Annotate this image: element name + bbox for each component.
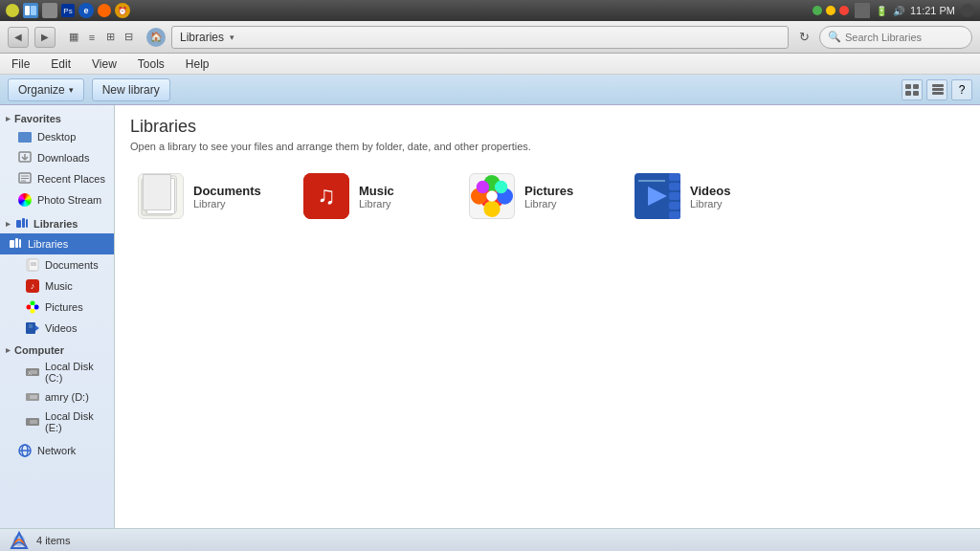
sidebar-section-favorites: ▸ Favorites Desktop Downloads Recent Pl [0, 111, 114, 210]
system-icon[interactable] [42, 3, 57, 18]
refresh-button[interactable]: ↻ [794, 28, 813, 47]
library-item-videos[interactable]: Videos Library [627, 167, 785, 225]
library-docs-name: Documents [193, 184, 261, 198]
network-label: Network [37, 445, 76, 456]
lib-videos-label: Videos [45, 322, 77, 334]
local-c-label: Local Disk (C:) [45, 361, 106, 384]
downloads-icon [17, 150, 33, 165]
menu-file[interactable]: File [8, 55, 33, 73]
back-button[interactable]: ◀ [8, 27, 29, 48]
disk-d-icon [25, 389, 40, 405]
library-docs-type: Library [193, 198, 261, 209]
lib-pictures-label: Pictures [45, 301, 83, 313]
recent-icon [17, 171, 33, 187]
volume-icon: 🔊 [893, 6, 904, 16]
firefox-icon[interactable] [98, 4, 111, 17]
library-item-pictures[interactable]: Pictures Library [461, 167, 619, 225]
svg-rect-2 [905, 84, 911, 89]
svg-rect-66 [669, 183, 680, 190]
tl-red[interactable] [839, 6, 849, 15]
sidebar-item-lib-pictures[interactable]: Pictures [0, 297, 114, 318]
sidebar-item-desktop[interactable]: Desktop [0, 126, 114, 147]
view-detail-icon[interactable]: ⊞ [101, 29, 119, 46]
organize-button[interactable]: Organize ▾ [8, 78, 84, 101]
organize-arrow: ▾ [69, 85, 74, 95]
svg-rect-45 [30, 420, 37, 424]
sidebar-item-recent[interactable]: Recent Places [0, 168, 114, 189]
library-item-documents[interactable]: Documents Library [130, 167, 288, 225]
address-bar[interactable]: Libraries ▾ [171, 26, 789, 49]
sidebar-item-photostream[interactable]: Photo Stream [0, 189, 114, 210]
library-videos-icon [635, 173, 680, 219]
svg-rect-67 [669, 192, 680, 200]
svg-rect-43 [30, 395, 37, 399]
menubar: File Edit View Tools Help [0, 54, 980, 75]
svg-rect-22 [19, 239, 21, 248]
sidebar-item-network[interactable]: Network [0, 440, 114, 461]
svg-point-33 [31, 309, 35, 314]
svg-rect-69 [669, 211, 680, 219]
lib-music-label: Music [45, 280, 73, 292]
disk-e-icon [25, 414, 40, 430]
finder-icon[interactable] [23, 3, 38, 18]
photostream-label: Photo Stream [37, 194, 101, 206]
local-e-label: Local Disk (E:) [45, 410, 106, 433]
computer-label: Computer [14, 344, 64, 356]
sidebar-item-amry-d[interactable]: amry (D:) [0, 386, 114, 408]
photoshop-icon[interactable]: Ps [61, 4, 75, 17]
search-input[interactable] [845, 32, 960, 43]
page-subtitle: Open a library to see your files and arr… [130, 141, 965, 152]
toolbar-help-btn[interactable]: ? [951, 79, 972, 100]
desktop-icon [17, 129, 33, 144]
item-count: 4 items [36, 535, 70, 546]
sidebar-computer-header[interactable]: ▸ Computer [0, 342, 114, 358]
view-tile-icon[interactable]: ⊟ [120, 29, 137, 46]
traffic-lights [813, 6, 849, 15]
sidebar-item-lib-music[interactable]: ♪ Music [0, 276, 114, 297]
toolbar-view-btn-1[interactable] [902, 79, 923, 100]
svg-point-63 [486, 190, 498, 202]
svg-rect-3 [913, 84, 919, 89]
taskbar-tray: 🔋 🔊 11:21 PM [813, 3, 974, 18]
view-list-icon[interactable]: ≡ [83, 29, 100, 46]
sidebar-item-lib-videos[interactable]: Videos [0, 318, 114, 339]
sidebar-item-local-e[interactable]: Local Disk (E:) [0, 408, 114, 436]
sidebar-libraries-header[interactable]: ▸ Libraries [0, 214, 114, 233]
page-title: Libraries [130, 117, 965, 137]
apple-icon[interactable] [6, 4, 19, 17]
desktop-label: Desktop [37, 131, 76, 143]
sidebar-item-downloads[interactable]: Downloads [0, 147, 114, 168]
view-large-icon[interactable]: ▦ [65, 29, 82, 46]
libraries-active-label: Libraries [28, 238, 68, 250]
sidebar-item-libraries-active[interactable]: Libraries [0, 233, 114, 254]
library-item-music[interactable]: ♫ Music Library [296, 167, 454, 225]
location-dropdown[interactable]: ▾ [230, 33, 234, 42]
tl-yellow[interactable] [826, 6, 835, 15]
library-grid: Documents Library ♫ Music Library [130, 167, 965, 225]
library-pictures-info: Pictures Library [524, 184, 573, 209]
new-library-button[interactable]: New library [92, 78, 170, 101]
sidebar-favorites-header[interactable]: ▸ Favorites [0, 111, 114, 126]
tl-green[interactable] [813, 6, 822, 15]
clock-app-icon[interactable]: ⏰ [115, 3, 130, 18]
sidebar-item-local-c[interactable]: X Local Disk (C:) [0, 358, 114, 386]
menu-help[interactable]: Help [182, 55, 213, 73]
menu-edit[interactable]: Edit [47, 55, 75, 73]
content-area: Libraries Open a library to see your fil… [115, 105, 980, 528]
library-videos-name: Videos [690, 184, 730, 198]
ie-icon[interactable]: e [78, 3, 94, 18]
svg-rect-41 [30, 370, 37, 374]
lib-videos-icon [25, 320, 40, 336]
amry-d-label: amry (D:) [45, 391, 89, 403]
user-icon[interactable] [961, 4, 974, 17]
menu-view[interactable]: View [88, 55, 121, 73]
forward-button[interactable]: ▶ [34, 27, 56, 48]
toolbar-view-btn-2[interactable] [926, 79, 947, 100]
svg-text:♪: ♪ [31, 281, 35, 291]
libraries-label: Libraries [33, 218, 78, 230]
sidebar-item-lib-documents[interactable]: Documents [0, 254, 114, 276]
downloads-label: Downloads [37, 152, 89, 164]
navbar: ◀ ▶ ▦ ≡ ⊞ ⊟ 🏠 Libraries ▾ ↻ 🔍 [0, 21, 980, 54]
menu-tools[interactable]: Tools [134, 55, 168, 73]
svg-rect-65 [669, 173, 680, 181]
